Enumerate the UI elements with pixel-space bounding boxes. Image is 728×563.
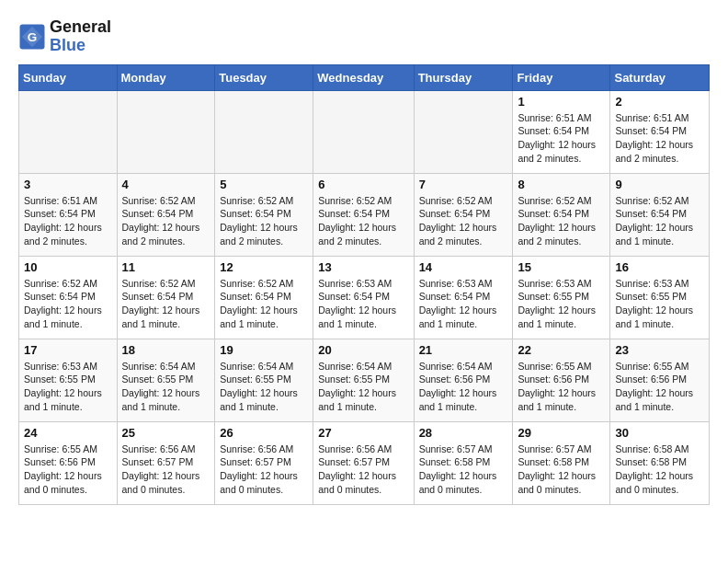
day-of-week-header: Saturday bbox=[610, 64, 710, 90]
day-of-week-header: Thursday bbox=[414, 64, 513, 90]
calendar-day-cell: 24Sunrise: 6:55 AMSunset: 6:56 PMDayligh… bbox=[19, 421, 118, 504]
day-of-week-header: Sunday bbox=[19, 64, 118, 90]
calendar-week-row: 24Sunrise: 6:55 AMSunset: 6:56 PMDayligh… bbox=[19, 421, 710, 504]
day-number: 5 bbox=[220, 178, 308, 191]
day-number: 13 bbox=[318, 260, 408, 274]
day-detail: Sunrise: 6:53 AMSunset: 6:55 PMDaylight:… bbox=[24, 360, 112, 414]
calendar-day-cell: 23Sunrise: 6:55 AMSunset: 6:56 PMDayligh… bbox=[610, 339, 710, 421]
day-detail: Sunrise: 6:56 AMSunset: 6:57 PMDaylight:… bbox=[318, 442, 408, 497]
day-number: 10 bbox=[24, 260, 112, 274]
calendar-day-cell: 30Sunrise: 6:58 AMSunset: 6:58 PMDayligh… bbox=[610, 421, 710, 504]
calendar-day-cell bbox=[117, 90, 215, 173]
calendar-day-cell bbox=[215, 90, 313, 173]
day-number: 20 bbox=[318, 343, 408, 357]
day-detail: Sunrise: 6:54 AMSunset: 6:56 PMDaylight:… bbox=[419, 360, 508, 414]
calendar-day-cell: 17Sunrise: 6:53 AMSunset: 6:55 PMDayligh… bbox=[19, 339, 118, 421]
day-of-week-header: Friday bbox=[513, 64, 610, 90]
day-detail: Sunrise: 6:51 AMSunset: 6:54 PMDaylight:… bbox=[615, 111, 704, 166]
day-number: 14 bbox=[419, 260, 508, 274]
day-detail: Sunrise: 6:52 AMSunset: 6:54 PMDaylight:… bbox=[220, 194, 308, 248]
day-detail: Sunrise: 6:52 AMSunset: 6:54 PMDaylight:… bbox=[220, 277, 308, 331]
calendar-table: SundayMondayTuesdayWednesdayThursdayFrid… bbox=[18, 64, 710, 505]
day-number: 23 bbox=[615, 343, 704, 357]
day-number: 9 bbox=[615, 178, 704, 191]
calendar-day-cell: 21Sunrise: 6:54 AMSunset: 6:56 PMDayligh… bbox=[414, 339, 513, 421]
calendar-day-cell: 18Sunrise: 6:54 AMSunset: 6:55 PMDayligh… bbox=[117, 339, 215, 421]
day-detail: Sunrise: 6:53 AMSunset: 6:55 PMDaylight:… bbox=[615, 277, 704, 331]
calendar-week-row: 3Sunrise: 6:51 AMSunset: 6:54 PMDaylight… bbox=[19, 173, 710, 256]
day-detail: Sunrise: 6:54 AMSunset: 6:55 PMDaylight:… bbox=[220, 360, 308, 414]
day-number: 18 bbox=[122, 343, 210, 357]
day-number: 8 bbox=[518, 178, 605, 191]
logo: G General Blue bbox=[18, 18, 111, 55]
day-detail: Sunrise: 6:55 AMSunset: 6:56 PMDaylight:… bbox=[24, 442, 112, 497]
day-detail: Sunrise: 6:56 AMSunset: 6:57 PMDaylight:… bbox=[122, 442, 210, 497]
calendar-day-cell: 14Sunrise: 6:53 AMSunset: 6:54 PMDayligh… bbox=[414, 256, 513, 339]
day-detail: Sunrise: 6:52 AMSunset: 6:54 PMDaylight:… bbox=[122, 277, 210, 331]
day-number: 28 bbox=[419, 426, 508, 440]
day-of-week-header: Monday bbox=[117, 64, 215, 90]
calendar-day-cell: 4Sunrise: 6:52 AMSunset: 6:54 PMDaylight… bbox=[117, 173, 215, 256]
day-number: 19 bbox=[220, 343, 308, 357]
logo-icon: G bbox=[18, 23, 46, 51]
calendar-day-cell: 11Sunrise: 6:52 AMSunset: 6:54 PMDayligh… bbox=[117, 256, 215, 339]
day-detail: Sunrise: 6:54 AMSunset: 6:55 PMDaylight:… bbox=[122, 360, 210, 414]
calendar-day-cell: 15Sunrise: 6:53 AMSunset: 6:55 PMDayligh… bbox=[513, 256, 610, 339]
day-detail: Sunrise: 6:52 AMSunset: 6:54 PMDaylight:… bbox=[318, 194, 408, 248]
day-number: 11 bbox=[122, 260, 210, 274]
day-number: 12 bbox=[220, 260, 308, 274]
calendar-day-cell: 16Sunrise: 6:53 AMSunset: 6:55 PMDayligh… bbox=[610, 256, 710, 339]
calendar-week-row: 1Sunrise: 6:51 AMSunset: 6:54 PMDaylight… bbox=[19, 90, 710, 173]
day-number: 29 bbox=[518, 426, 605, 440]
day-number: 6 bbox=[318, 178, 408, 191]
day-number: 16 bbox=[615, 260, 704, 274]
calendar-day-cell: 27Sunrise: 6:56 AMSunset: 6:57 PMDayligh… bbox=[313, 421, 414, 504]
calendar-day-cell: 22Sunrise: 6:55 AMSunset: 6:56 PMDayligh… bbox=[513, 339, 610, 421]
day-number: 2 bbox=[615, 95, 704, 109]
day-number: 27 bbox=[318, 426, 408, 440]
calendar-day-cell: 26Sunrise: 6:56 AMSunset: 6:57 PMDayligh… bbox=[215, 421, 313, 504]
day-detail: Sunrise: 6:58 AMSunset: 6:58 PMDaylight:… bbox=[615, 442, 704, 497]
calendar-header-row: SundayMondayTuesdayWednesdayThursdayFrid… bbox=[19, 64, 710, 90]
day-number: 7 bbox=[419, 178, 508, 191]
day-number: 4 bbox=[122, 178, 210, 191]
calendar-day-cell: 12Sunrise: 6:52 AMSunset: 6:54 PMDayligh… bbox=[215, 256, 313, 339]
svg-text:G: G bbox=[28, 29, 38, 43]
day-detail: Sunrise: 6:57 AMSunset: 6:58 PMDaylight:… bbox=[419, 442, 508, 497]
day-detail: Sunrise: 6:52 AMSunset: 6:54 PMDaylight:… bbox=[615, 194, 704, 248]
day-detail: Sunrise: 6:53 AMSunset: 6:54 PMDaylight:… bbox=[318, 277, 408, 331]
logo-general: General bbox=[50, 17, 111, 36]
day-number: 17 bbox=[24, 343, 112, 357]
day-detail: Sunrise: 6:55 AMSunset: 6:56 PMDaylight:… bbox=[518, 360, 605, 414]
calendar-day-cell bbox=[414, 90, 513, 173]
day-detail: Sunrise: 6:56 AMSunset: 6:57 PMDaylight:… bbox=[220, 442, 308, 497]
day-number: 21 bbox=[419, 343, 508, 357]
calendar-week-row: 10Sunrise: 6:52 AMSunset: 6:54 PMDayligh… bbox=[19, 256, 710, 339]
calendar-day-cell: 8Sunrise: 6:52 AMSunset: 6:54 PMDaylight… bbox=[513, 173, 610, 256]
day-detail: Sunrise: 6:53 AMSunset: 6:54 PMDaylight:… bbox=[419, 277, 508, 331]
day-of-week-header: Wednesday bbox=[313, 64, 414, 90]
day-number: 24 bbox=[24, 426, 112, 440]
day-detail: Sunrise: 6:51 AMSunset: 6:54 PMDaylight:… bbox=[518, 111, 605, 166]
day-detail: Sunrise: 6:51 AMSunset: 6:54 PMDaylight:… bbox=[24, 194, 112, 248]
logo-blue: Blue bbox=[50, 36, 85, 54]
calendar-day-cell: 7Sunrise: 6:52 AMSunset: 6:54 PMDaylight… bbox=[414, 173, 513, 256]
calendar-day-cell: 6Sunrise: 6:52 AMSunset: 6:54 PMDaylight… bbox=[313, 173, 414, 256]
day-number: 25 bbox=[122, 426, 210, 440]
day-number: 15 bbox=[518, 260, 605, 274]
calendar-day-cell: 20Sunrise: 6:54 AMSunset: 6:55 PMDayligh… bbox=[313, 339, 414, 421]
calendar-day-cell bbox=[19, 90, 118, 173]
calendar-day-cell: 9Sunrise: 6:52 AMSunset: 6:54 PMDaylight… bbox=[610, 173, 710, 256]
calendar-day-cell: 2Sunrise: 6:51 AMSunset: 6:54 PMDaylight… bbox=[610, 90, 710, 173]
calendar-day-cell: 19Sunrise: 6:54 AMSunset: 6:55 PMDayligh… bbox=[215, 339, 313, 421]
day-detail: Sunrise: 6:52 AMSunset: 6:54 PMDaylight:… bbox=[419, 194, 508, 248]
day-number: 26 bbox=[220, 426, 308, 440]
day-detail: Sunrise: 6:52 AMSunset: 6:54 PMDaylight:… bbox=[518, 194, 605, 248]
calendar-day-cell: 29Sunrise: 6:57 AMSunset: 6:58 PMDayligh… bbox=[513, 421, 610, 504]
calendar-day-cell: 25Sunrise: 6:56 AMSunset: 6:57 PMDayligh… bbox=[117, 421, 215, 504]
day-number: 22 bbox=[518, 343, 605, 357]
day-detail: Sunrise: 6:55 AMSunset: 6:56 PMDaylight:… bbox=[615, 360, 704, 414]
calendar-day-cell: 5Sunrise: 6:52 AMSunset: 6:54 PMDaylight… bbox=[215, 173, 313, 256]
day-detail: Sunrise: 6:54 AMSunset: 6:55 PMDaylight:… bbox=[318, 360, 408, 414]
day-number: 1 bbox=[518, 95, 605, 109]
